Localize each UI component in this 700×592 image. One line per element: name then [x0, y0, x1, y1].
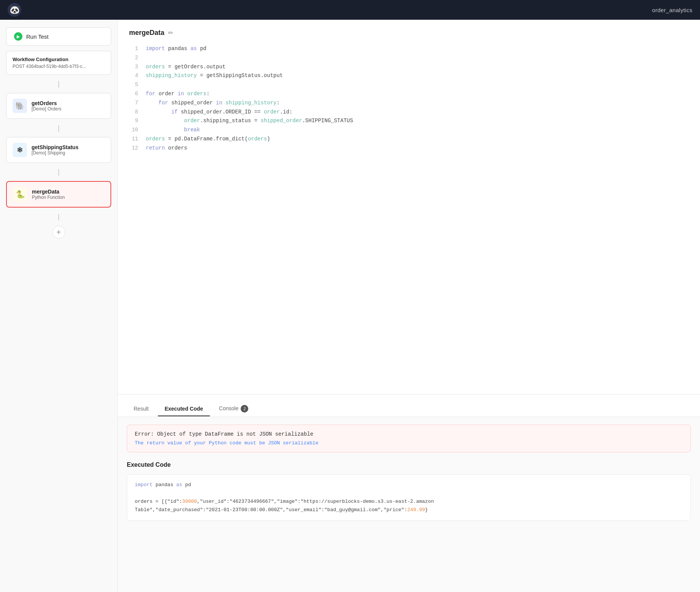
code-line: 3orders = getOrders.output: [129, 63, 689, 72]
node-getOrders-info: getOrders [Demo] Orders: [32, 100, 61, 112]
error-box: Error: Object of type DataFrame is not J…: [127, 425, 691, 452]
line-number: 9: [129, 117, 138, 126]
code-editor-block[interactable]: 1import pandas as pd23orders = getOrders…: [129, 44, 689, 385]
top-navigation: 🐼 order_analytics: [0, 0, 700, 20]
line-content: for shipped_order in shipping_history:: [146, 99, 689, 108]
line-number: 6: [129, 90, 138, 99]
code-line: 2: [129, 54, 689, 63]
play-icon: ▶: [14, 32, 22, 41]
editor-header: mergeData ✏: [129, 29, 689, 37]
line-number: 1: [129, 44, 138, 54]
node-mergeData-title: mergeData: [32, 189, 65, 195]
code-line: 10 break: [129, 126, 689, 135]
tab-label: Executed Code: [165, 406, 203, 412]
workflow-config-subtitle: POST 4364bacf-519b-4dd5-b7f3-c...: [13, 64, 105, 69]
content-area: mergeData ✏ 1import pandas as pd23orders…: [118, 20, 700, 592]
tab-executed_code[interactable]: Executed Code: [158, 402, 210, 416]
editor-title: mergeData: [129, 29, 164, 37]
tab-badge: 2: [241, 405, 248, 413]
executed-code-line: import pandas as pd: [135, 481, 683, 489]
node-mergeData-info: mergeData Python Function: [32, 189, 65, 200]
line-content: orders = getOrders.output: [146, 63, 689, 72]
node-getShippingStatus-subtitle: [Demo] Shipping: [32, 150, 79, 156]
connector-2: |: [6, 124, 111, 132]
executed-code-line: Table","date_purchased":"2021-01-23T00:0…: [135, 506, 683, 514]
node-getShippingStatus[interactable]: ❄ getShippingStatus [Demo] Shipping: [6, 137, 111, 163]
line-number: 3: [129, 63, 138, 72]
code-line: 7 for shipped_order in shipping_history:: [129, 99, 689, 108]
python-icon: 🐍: [13, 187, 27, 202]
code-line: 8 if shipped_order.ORDER_ID == order.id:: [129, 108, 689, 117]
node-mergeData-subtitle: Python Function: [32, 195, 65, 200]
connector-4: |: [6, 213, 111, 220]
code-line: 12return orders: [129, 144, 689, 153]
add-node-button[interactable]: +: [52, 226, 65, 239]
line-content: [146, 54, 689, 63]
line-number: 5: [129, 80, 138, 90]
code-line: 9 order.shipping_status = shipped_order.…: [129, 117, 689, 126]
node-mergeData[interactable]: 🐍 mergeData Python Function: [6, 181, 111, 208]
line-content: if shipped_order.ORDER_ID == order.id:: [146, 108, 689, 117]
code-editor-area: mergeData ✏ 1import pandas as pd23orders…: [118, 20, 700, 395]
node-getOrders-subtitle: [Demo] Orders: [32, 106, 61, 112]
tab-console[interactable]: Console2: [212, 401, 255, 417]
line-content: orders = pd.DataFrame.from_dict(orders): [146, 135, 689, 144]
connector-3: |: [6, 168, 111, 176]
node-getShippingStatus-title: getShippingStatus: [32, 144, 79, 150]
line-content: return orders: [146, 144, 689, 153]
line-number: 12: [129, 144, 138, 153]
line-content: import pandas as pd: [146, 44, 689, 54]
line-number: 7: [129, 99, 138, 108]
snowflake-icon: ❄: [13, 143, 27, 157]
result-panel: ResultExecuted CodeConsole2 Error: Objec…: [118, 395, 700, 592]
workflow-config-card: Workflow Configuration POST 4364bacf-519…: [6, 51, 111, 75]
app-logo: 🐼: [8, 3, 21, 17]
line-content: break: [146, 126, 689, 135]
code-line: 1import pandas as pd: [129, 44, 689, 54]
run-test-label: Run Test: [26, 33, 49, 40]
code-line: 11orders = pd.DataFrame.from_dict(orders…: [129, 135, 689, 144]
line-number: 4: [129, 71, 138, 80]
line-content: shipping_history = getShippingStatus.out…: [146, 71, 689, 80]
node-getOrders-title: getOrders: [32, 100, 61, 106]
tab-label: Result: [134, 406, 149, 412]
line-number: 2: [129, 54, 138, 63]
executed-code-line: [135, 489, 683, 498]
line-content: for order in orders:: [146, 90, 689, 99]
result-content: Error: Object of type DataFrame is not J…: [118, 417, 700, 592]
executed-code-line: orders = [{"id":30000,"user_id":"4623734…: [135, 498, 683, 506]
code-line: 6for order in orders:: [129, 90, 689, 99]
code-line: 4shipping_history = getShippingStatus.ou…: [129, 71, 689, 80]
line-content: [146, 80, 689, 90]
run-test-button[interactable]: ▶ Run Test: [6, 27, 111, 46]
tab-label: Console: [219, 405, 238, 411]
node-getShippingStatus-info: getShippingStatus [Demo] Shipping: [32, 144, 79, 156]
tab-result[interactable]: Result: [127, 402, 156, 416]
connector-1: |: [6, 80, 111, 88]
sidebar: ▶ Run Test Workflow Configuration POST 4…: [0, 20, 118, 592]
tabs-bar: ResultExecuted CodeConsole2: [118, 395, 700, 417]
edit-icon[interactable]: ✏: [168, 29, 173, 36]
line-content: order.shipping_status = shipped_order.SH…: [146, 117, 689, 126]
line-number: 8: [129, 108, 138, 117]
error-sub-text: The return value of your Python code mus…: [135, 440, 683, 446]
executed-code-block: import pandas as pd orders = [{"id":3000…: [127, 474, 691, 521]
error-main-text: Error: Object of type DataFrame is not J…: [135, 431, 683, 437]
code-line: 5: [129, 80, 689, 90]
main-layout: ▶ Run Test Workflow Configuration POST 4…: [0, 20, 700, 592]
workflow-config-title: Workflow Configuration: [13, 57, 105, 62]
postgres-icon: 🐘: [13, 99, 27, 113]
node-getOrders[interactable]: 🐘 getOrders [Demo] Orders: [6, 93, 111, 119]
line-number: 11: [129, 135, 138, 144]
line-number: 10: [129, 126, 138, 135]
executed-code-title: Executed Code: [127, 461, 691, 468]
project-name: order_analytics: [652, 7, 692, 13]
